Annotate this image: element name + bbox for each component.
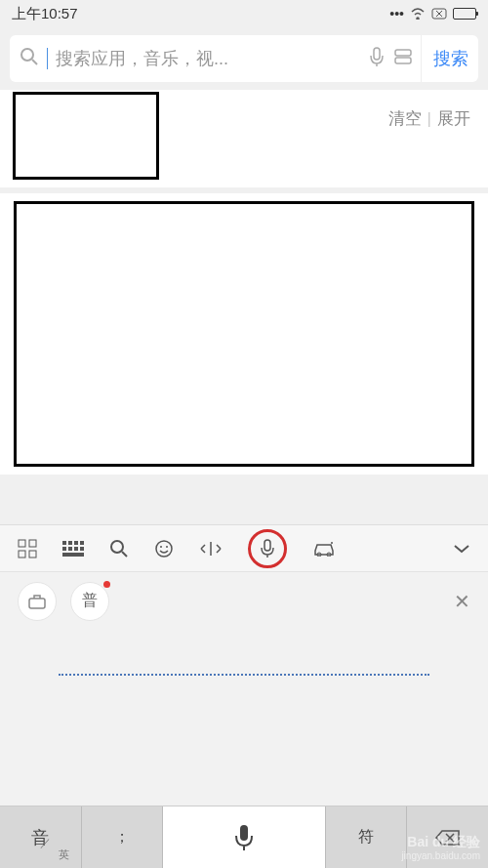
svg-point-21	[156, 541, 172, 557]
highlight-box-1	[13, 92, 159, 180]
language-chip[interactable]: 普	[70, 582, 109, 621]
status-icons: •••	[389, 6, 476, 21]
svg-rect-17	[80, 547, 84, 551]
close-box-icon	[431, 8, 447, 20]
keyboard-icon[interactable]	[62, 541, 84, 557]
suggestion-area: 清空 | 展开	[0, 90, 488, 187]
semicolon-label: ；	[114, 827, 130, 847]
chevron-down-icon[interactable]	[453, 544, 470, 554]
scan-icon[interactable]	[393, 48, 413, 69]
content-area: 清空 | 展开	[0, 90, 488, 475]
main-content	[0, 193, 488, 475]
svg-line-20	[122, 552, 127, 557]
svg-line-2	[32, 60, 37, 64]
briefcase-chip[interactable]	[18, 582, 57, 621]
svg-rect-5	[395, 58, 411, 63]
watermark-logo: Bai du 经验	[401, 834, 480, 850]
svg-rect-14	[62, 547, 66, 551]
mic-icon[interactable]	[368, 46, 386, 71]
cursor-move-icon[interactable]	[199, 540, 223, 558]
svg-point-19	[111, 541, 123, 553]
lang-slash: ／	[40, 838, 51, 848]
svg-rect-15	[68, 547, 72, 551]
semicolon-key[interactable]: ；	[82, 806, 164, 868]
car-icon[interactable]	[312, 541, 336, 557]
svg-rect-25	[264, 540, 270, 551]
emoji-icon[interactable]	[154, 539, 174, 558]
svg-rect-7	[29, 540, 36, 547]
clear-button[interactable]: 清空	[388, 107, 422, 130]
status-time: 上午10:57	[12, 5, 78, 23]
watermark: Bai du 经验 jingyan.baidu.com	[401, 834, 480, 862]
divider: |	[427, 109, 431, 129]
battery-icon	[453, 8, 476, 20]
top-actions: 清空 | 展开	[388, 107, 470, 130]
keyboard-panel: 普 ✕ 音 ／ 英 ； 符	[0, 524, 488, 868]
search-bar: 搜索	[10, 35, 478, 82]
symbol-key[interactable]: 符	[326, 806, 408, 868]
search-icon	[20, 47, 39, 70]
search-button[interactable]: 搜索	[421, 35, 468, 82]
search-input[interactable]	[56, 49, 360, 69]
svg-point-28	[331, 542, 333, 544]
wifi-icon	[410, 8, 426, 20]
language-key[interactable]: 音 ／ 英	[0, 806, 82, 868]
svg-rect-3	[374, 48, 380, 60]
svg-rect-12	[74, 541, 78, 545]
search-tool-icon[interactable]	[109, 539, 129, 558]
voice-key[interactable]	[163, 806, 325, 868]
voice-waveform	[0, 630, 488, 718]
svg-rect-11	[68, 541, 72, 545]
svg-rect-18	[62, 553, 84, 557]
highlight-box-2	[14, 201, 474, 467]
svg-point-22	[160, 546, 162, 548]
svg-point-23	[166, 546, 168, 548]
svg-rect-29	[29, 599, 45, 608]
mic-tool-icon[interactable]	[248, 529, 287, 568]
lang-sub-label: 英	[59, 849, 69, 860]
svg-rect-13	[80, 541, 84, 545]
more-icon: •••	[389, 6, 404, 21]
svg-point-1	[21, 49, 33, 61]
close-icon[interactable]: ✕	[454, 590, 470, 613]
symbol-label: 符	[358, 827, 374, 847]
mic-key-icon	[233, 823, 255, 852]
svg-rect-16	[74, 547, 78, 551]
svg-rect-10	[62, 541, 66, 545]
grid-icon[interactable]	[18, 539, 37, 558]
text-cursor	[47, 48, 48, 69]
svg-rect-30	[240, 825, 248, 841]
svg-rect-6	[19, 540, 25, 547]
svg-rect-4	[395, 50, 411, 56]
waveform-line	[59, 672, 429, 676]
status-bar: 上午10:57 •••	[0, 0, 488, 27]
keyboard-toolbar	[0, 524, 488, 571]
keyboard-secondary: 普 ✕	[0, 571, 488, 630]
expand-button[interactable]: 展开	[437, 107, 470, 130]
svg-rect-8	[19, 551, 25, 558]
svg-rect-9	[29, 551, 36, 558]
watermark-url: jingyan.baidu.com	[401, 850, 480, 862]
